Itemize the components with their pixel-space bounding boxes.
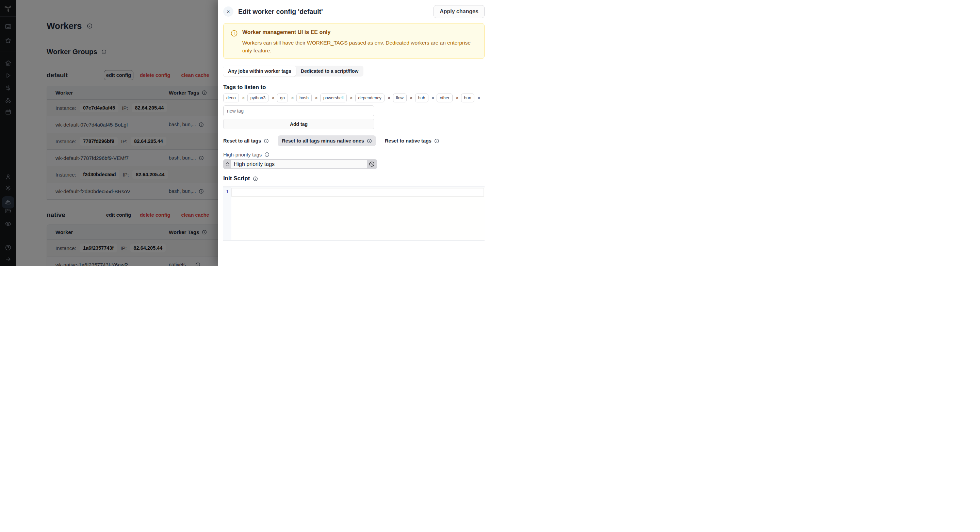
banner-body: Workers can still have their WORKER_TAGS… xyxy=(242,39,477,55)
editor-current-line xyxy=(231,188,484,197)
drawer-title: Edit worker config 'default' xyxy=(238,8,429,16)
banner-title: Worker management UI is EE only xyxy=(242,29,477,35)
worker-mode-tabs: Any jobs within worker tags Dedicated to… xyxy=(223,66,363,76)
tag-chip: bun✕ xyxy=(461,94,480,102)
tag-chip: other✕ xyxy=(437,94,459,102)
tag-chip: deno✕ xyxy=(223,94,245,102)
remove-tag-icon[interactable]: ✕ xyxy=(388,96,391,100)
editor-line-number: 1 xyxy=(223,187,231,240)
tag-chip: hub✕ xyxy=(415,94,434,102)
tab-dedicated[interactable]: Dedicated to a script/flow xyxy=(296,66,363,76)
tag-chip: powershell✕ xyxy=(320,94,353,102)
high-priority-tags-select[interactable]: High priority tags xyxy=(223,159,377,169)
reset-buttons-row: Reset to all tags Reset to all tags minu… xyxy=(223,135,485,146)
high-priority-tags-label: High-priority tags xyxy=(223,152,485,157)
drawer-header: ✕ Edit worker config 'default' Apply cha… xyxy=(223,4,485,19)
tag-chip: bash✕ xyxy=(296,94,318,102)
remove-tag-icon[interactable]: ✕ xyxy=(477,96,480,100)
tag-chip: flow✕ xyxy=(393,94,413,102)
remove-tag-icon[interactable]: ✕ xyxy=(315,96,318,100)
info-icon[interactable] xyxy=(264,152,269,157)
alert-circle-icon xyxy=(231,30,238,53)
tag-chip: dependency✕ xyxy=(355,94,391,102)
add-tag-button[interactable]: Add tag xyxy=(223,119,374,129)
info-icon[interactable] xyxy=(264,138,269,143)
remove-tag-icon[interactable]: ✕ xyxy=(431,96,434,100)
tag-chips-row: deno✕ python3✕ go✕ bash✕ powershell✕ dep… xyxy=(223,94,485,102)
info-icon[interactable] xyxy=(367,138,372,143)
chevrons-up-down-icon xyxy=(224,162,231,167)
new-tag-input[interactable] xyxy=(223,105,374,116)
close-icon[interactable]: ✕ xyxy=(223,6,234,17)
editor-code-area[interactable] xyxy=(231,187,485,240)
tag-chip: python3✕ xyxy=(247,94,275,102)
remove-tag-icon[interactable]: ✕ xyxy=(456,96,459,100)
remove-tag-icon[interactable]: ✕ xyxy=(242,96,245,100)
ban-icon[interactable] xyxy=(367,161,376,167)
modal-backdrop[interactable] xyxy=(0,0,218,266)
remove-tag-icon[interactable]: ✕ xyxy=(410,96,413,100)
info-icon[interactable] xyxy=(253,176,258,181)
remove-tag-icon[interactable]: ✕ xyxy=(350,96,353,100)
init-script-editor: 1 xyxy=(223,186,485,241)
reset-native-tags-button[interactable]: Reset to native tags xyxy=(385,138,439,143)
ee-warning-banner: Worker management UI is EE only Workers … xyxy=(223,23,485,59)
select-placeholder: High priority tags xyxy=(231,160,367,168)
tags-to-listen-heading: Tags to listen to xyxy=(223,84,485,91)
reset-all-tags-button[interactable]: Reset to all tags xyxy=(223,138,269,143)
init-script-heading: Init Script xyxy=(223,175,485,182)
info-icon[interactable] xyxy=(434,138,439,143)
remove-tag-icon[interactable]: ✕ xyxy=(272,96,275,100)
tab-any-jobs[interactable]: Any jobs within worker tags xyxy=(223,66,296,76)
tag-chip: go✕ xyxy=(277,94,294,102)
apply-changes-button[interactable]: Apply changes xyxy=(434,5,485,18)
edit-worker-config-drawer: ✕ Edit worker config 'default' Apply cha… xyxy=(218,0,490,266)
reset-minus-native-button[interactable]: Reset to all tags minus native ones xyxy=(278,135,376,146)
remove-tag-icon[interactable]: ✕ xyxy=(291,96,294,100)
